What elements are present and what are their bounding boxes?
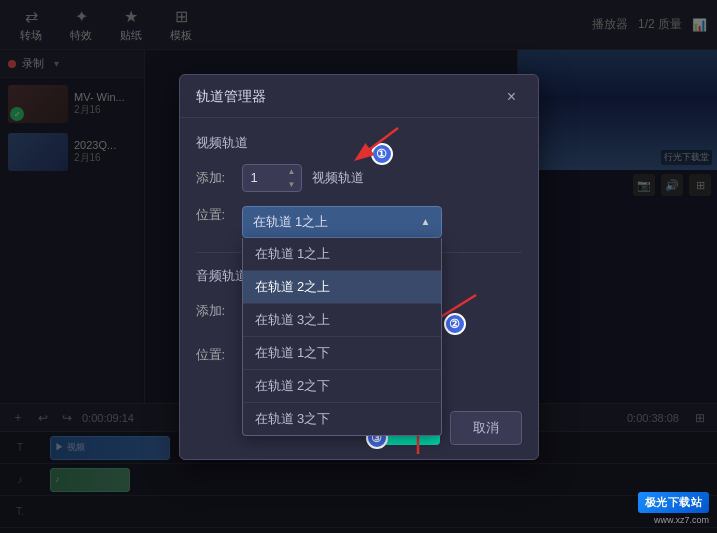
watermark-logo: 极光下载站 [638, 492, 710, 513]
video-section-label: 视频轨道 [196, 134, 522, 152]
dropdown-item-5[interactable]: 在轨道 2之下 [243, 370, 441, 403]
dialog-overlay: ① ② ③ [0, 0, 717, 533]
position-label: 位置: [196, 206, 232, 224]
dialog-body: 视频轨道 添加: ▲ ▼ 视频轨道 位置: 在轨道 1之上 [180, 118, 538, 401]
number-input-wrap: ▲ ▼ [242, 164, 302, 192]
cancel-button[interactable]: 取消 [450, 411, 522, 445]
chevron-up-icon: ▲ [421, 216, 431, 227]
spin-down-button[interactable]: ▼ [284, 178, 300, 191]
step-badge-2: ② [444, 313, 466, 335]
dropdown-menu: 在轨道 1之上 在轨道 2之上 在轨道 3之上 在轨道 1之下 在轨道 2之下 … [242, 238, 442, 436]
add-label: 添加: [196, 169, 232, 187]
dropdown-item-3[interactable]: 在轨道 3之上 [243, 304, 441, 337]
dropdown-item-4[interactable]: 在轨道 1之下 [243, 337, 441, 370]
dialog-title-bar: 轨道管理器 × [180, 75, 538, 118]
add-row: 添加: ▲ ▼ 视频轨道 [196, 164, 522, 192]
add-type-label: 视频轨道 [312, 169, 364, 187]
dialog-close-button[interactable]: × [502, 87, 522, 107]
dialog-title: 轨道管理器 [196, 88, 266, 106]
dropdown-item-2[interactable]: 在轨道 2之上 [243, 271, 441, 304]
audio-add-label: 添加: [196, 302, 232, 320]
track-manager-dialog: ① ② ③ [179, 74, 539, 460]
dropdown-item-1[interactable]: 在轨道 1之上 [243, 238, 441, 271]
position-dropdown-wrap: 在轨道 1之上 ▲ 在轨道 1之上 在轨道 2之上 在轨道 3之上 在轨道 1之… [242, 206, 442, 238]
dropdown-item-6[interactable]: 在轨道 3之下 [243, 403, 441, 435]
position-dropdown-trigger[interactable]: 在轨道 1之上 ▲ [242, 206, 442, 238]
step-badge-1: ① [371, 143, 393, 165]
dropdown-selected-value: 在轨道 1之上 [253, 213, 329, 231]
watermark: 极光下载站 www.xz7.com [638, 492, 710, 525]
spin-up-button[interactable]: ▲ [284, 165, 300, 178]
audio-position-label: 位置: [196, 346, 232, 364]
watermark-url: www.xz7.com [654, 515, 709, 525]
number-spin: ▲ ▼ [284, 165, 300, 191]
position-row: 位置: 在轨道 1之上 ▲ 在轨道 1之上 在轨道 2之上 在轨道 3之上 在轨… [196, 206, 522, 238]
